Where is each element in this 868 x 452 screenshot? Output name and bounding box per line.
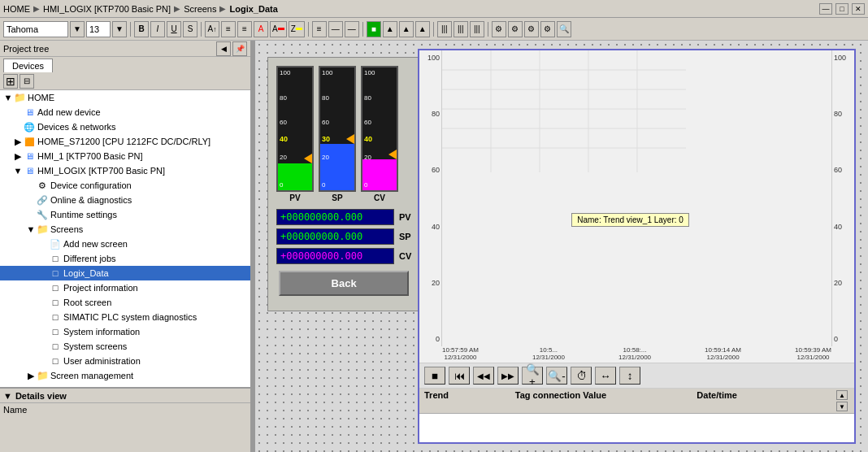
tree-item-device-config[interactable]: ⚙ Device configuration <box>0 178 250 193</box>
trend-zoom-in-button[interactable]: 🔍+ <box>522 367 543 385</box>
tree-item-home[interactable]: ▼ 📁 HOME <box>0 90 250 105</box>
align-center-button[interactable]: ≡ <box>237 21 252 37</box>
shape-btn-2[interactable]: ▲ <box>399 21 414 37</box>
tree-item-simatic-plc[interactable]: □ SIMATIC PLC system diagnostics <box>0 310 250 324</box>
trend-tooltip: Name: Trend view_1 Layer: 0 <box>571 213 689 227</box>
runtime-settings-icon: 🔧 <box>36 208 49 221</box>
trend-time-button[interactable]: ⏱ <box>571 367 592 385</box>
trend-forward-button[interactable]: ▶▶ <box>497 367 519 385</box>
tree-item-system-screens[interactable]: □ System screens <box>0 339 250 354</box>
left-panel: Project tree ◀ 📌 Devices ⊞ ⊟ ▼ 📁 HOME <box>0 41 252 452</box>
details-header[interactable]: ▼ Details view <box>0 389 250 403</box>
table-scrollbar[interactable]: ▲ ▼ <box>836 390 849 411</box>
green-btn[interactable]: ■ <box>367 21 381 37</box>
add-device-icon: 🖥 <box>23 106 36 119</box>
tree-item-online-diag[interactable]: 🔗 Online & diagnostics <box>0 193 250 207</box>
tree-item-user-admin[interactable]: □ User administration <box>0 354 250 368</box>
line2-button[interactable]: — <box>345 21 359 37</box>
breadcrumb-hmi[interactable]: HMI_LOGIX [KTP700 Basic PN] <box>43 4 171 14</box>
x-label-2: 10:5...12/31/2000 <box>532 347 565 362</box>
maximize-button[interactable]: □ <box>835 3 848 15</box>
trend-vertical-button[interactable]: ↕ <box>619 367 640 385</box>
underline-button[interactable]: U <box>167 21 181 37</box>
toolbar-sep-6 <box>488 22 488 37</box>
font-selector-group: ▼ ▼ <box>3 21 127 37</box>
tree-label-runtime-settings: Runtime settings <box>50 210 117 219</box>
minimize-button[interactable]: — <box>819 3 832 15</box>
font-dropdown-button[interactable]: ▼ <box>70 21 85 37</box>
font-size-dropdown-button[interactable]: ▼ <box>112 21 127 37</box>
toggle-home-s71200[interactable]: ▶ <box>13 137 23 147</box>
grid-btn-3[interactable]: ||| <box>470 21 484 37</box>
tree-item-screens[interactable]: ▼ 📁 Screens <box>0 222 250 237</box>
scrollbar-down-button[interactable]: ▼ <box>836 402 848 411</box>
italic-button[interactable]: I <box>150 21 165 37</box>
tree-item-project-info[interactable]: □ Project information <box>0 280 250 295</box>
tree-toolbar-btn-1[interactable]: ⊞ <box>3 74 18 89</box>
tree-item-different-jobs[interactable]: □ Different jobs <box>0 251 250 266</box>
tree-item-runtime-settings[interactable]: 🔧 Runtime settings <box>0 207 250 222</box>
sp-display-row: +000000000.000 SP <box>276 228 411 245</box>
left-toolbar: ⊞ ⊟ <box>0 72 250 90</box>
tool-btn-1[interactable]: ⚙ <box>492 21 506 37</box>
line-button[interactable]: — <box>328 21 343 37</box>
tree-item-add-screen[interactable]: 📄 Add new screen <box>0 237 250 251</box>
tree-item-system-info[interactable]: □ System information <box>0 324 250 339</box>
shape-btn-3[interactable]: ▲ <box>415 21 430 37</box>
breadcrumb-home[interactable]: HOME <box>3 4 30 14</box>
tree-label-online-diag: Online & diagnostics <box>50 195 132 205</box>
root-screen-icon: □ <box>49 296 62 309</box>
tool-btn-4[interactable]: ⚙ <box>540 21 555 37</box>
tool-btn-3[interactable]: ⚙ <box>524 21 539 37</box>
toggle-screens[interactable]: ▼ <box>26 224 36 234</box>
tree-item-home-s71200[interactable]: ▶ 🟧 HOME_S71200 [CPU 1212FC DC/DC/RLY] <box>0 134 250 149</box>
breadcrumb-screens[interactable]: Screens <box>184 4 216 14</box>
trend-zoom-out-button[interactable]: 🔍- <box>546 367 567 385</box>
tree-item-root-screen[interactable]: □ Root screen <box>0 295 250 310</box>
close-button[interactable]: ✕ <box>852 3 865 15</box>
details-title: Details view <box>15 391 67 401</box>
project-tree[interactable]: ▼ 📁 HOME 🖥 Add new device 🌐 Devices & ne… <box>0 90 250 387</box>
font-size-input[interactable] <box>86 21 111 37</box>
tree-item-hmi-logix[interactable]: ▼ 🖥 HMI_LOGIX [KTP700 Basic PN] <box>0 163 250 178</box>
grid-btn-2[interactable]: ||| <box>454 21 468 37</box>
trend-rewind-button[interactable]: ⏮ <box>449 367 470 385</box>
toggle-hmi-logix[interactable]: ▼ <box>13 166 23 176</box>
toggle-home[interactable]: ▼ <box>3 93 13 102</box>
sp-num-label: SP <box>399 232 411 241</box>
tree-toolbar-btn-2[interactable]: ⊟ <box>20 74 34 89</box>
trend-horizontal-button[interactable]: ↔ <box>595 367 616 385</box>
tree-item-screen-mgmt[interactable]: ▶ 📁 Screen management <box>0 368 250 383</box>
tree-item-add-device[interactable]: 🖥 Add new device <box>0 105 250 120</box>
tree-item-logix-data[interactable]: □ Logix_Data <box>0 266 250 280</box>
back-button[interactable]: Back <box>279 271 409 296</box>
zoom-btn[interactable]: 🔍 <box>557 21 571 37</box>
superscript-button[interactable]: A↑ <box>205 21 219 37</box>
tree-item-hmi-1[interactable]: ▶ 🖥 HMI_1 [KTP700 Basic PN] <box>0 149 250 163</box>
toggle-hmi-1[interactable]: ▶ <box>13 151 23 162</box>
shape-btn-1[interactable]: ▲ <box>383 21 397 37</box>
highlight-button[interactable]: A <box>270 21 287 37</box>
tool-btn-2[interactable]: ⚙ <box>508 21 523 37</box>
scrollbar-up-button[interactable]: ▲ <box>836 390 848 400</box>
breadcrumb-arrow-3: ▶ <box>219 4 226 13</box>
tab-devices[interactable]: Devices <box>3 59 53 72</box>
trend-stop-button[interactable]: ■ <box>424 367 445 385</box>
font-color-button[interactable]: A <box>254 21 268 37</box>
bold-button[interactable]: B <box>134 21 149 37</box>
y-label-40: 40 <box>419 223 441 231</box>
tree-label-simatic-plc: SIMATIC PLC system diagnostics <box>63 312 197 322</box>
tree-item-devices-networks[interactable]: 🌐 Devices & networks <box>0 120 250 134</box>
font-name-input[interactable] <box>3 21 68 37</box>
bg-color-button[interactable]: Z <box>289 21 305 37</box>
tree-collapse-button[interactable]: ◀ <box>216 41 231 56</box>
gauge-cv-bar: 100 80 60 40 20 0 <box>361 66 398 192</box>
grid-btn-1[interactable]: ||| <box>437 21 452 37</box>
strikethrough-button[interactable]: S <box>183 21 197 37</box>
align-left-button[interactable]: ≡ <box>221 21 236 37</box>
toggle-screen-mgmt[interactable]: ▶ <box>26 371 36 381</box>
tree-pin-button[interactable]: 📌 <box>232 41 247 56</box>
border-button[interactable]: ≡ <box>312 21 327 37</box>
toolbar: ▼ ▼ B I U S A↑ ≡ ≡ A A Z ≡ — — ■ ▲ ▲ ▲ |… <box>0 18 868 41</box>
trend-back-button[interactable]: ◀◀ <box>473 367 494 385</box>
